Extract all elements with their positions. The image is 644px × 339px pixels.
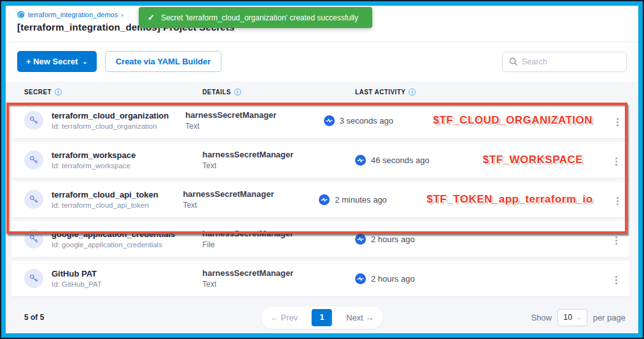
table-body: terraform_cloud_organization Id: terrafo… xyxy=(6,103,638,296)
column-header-secret[interactable]: SECRET xyxy=(24,89,52,96)
secret-id: Id: google_application_credentials xyxy=(52,241,175,249)
secret-name[interactable]: GitHub PAT xyxy=(52,269,102,278)
secret-id: Id: terraform_cloud_api_token xyxy=(52,201,158,209)
secret-name[interactable]: terraform_cloud_organization xyxy=(52,111,169,120)
table-footer: 5 of 5 ← Prev 1 Next → Show 10 ⌄ per pag… xyxy=(6,305,638,333)
per-page-select[interactable]: 10 ⌄ xyxy=(557,309,587,326)
chevron-down-icon: ⌄ xyxy=(82,60,87,64)
last-activity-text: 2 hours ago xyxy=(371,274,415,284)
new-secret-label: + New Secret xyxy=(26,57,78,66)
row-menu-button[interactable] xyxy=(606,194,629,205)
row-count: 5 of 5 xyxy=(24,313,151,322)
secret-type: Text xyxy=(202,161,355,170)
table-row[interactable]: terraform_cloud_api_token Id: terraform_… xyxy=(11,182,629,217)
row-menu-button[interactable] xyxy=(603,273,629,284)
search-box[interactable] xyxy=(502,52,627,72)
chevron-down-icon: ⌄ xyxy=(577,314,582,321)
column-header-last-activity[interactable]: LAST ACTIVITY xyxy=(355,89,405,96)
info-icon[interactable]: i xyxy=(55,89,62,96)
secret-id: Id: GitHub_PAT xyxy=(52,280,102,288)
env-var-annotation: $TF_CLOUD_ORGANIZATION xyxy=(433,114,605,127)
env-var-annotation: $TF_WORKSPACE xyxy=(476,154,603,166)
check-icon: ✓ xyxy=(148,13,155,22)
row-menu-button[interactable] xyxy=(603,154,629,166)
info-icon[interactable]: i xyxy=(409,89,416,96)
last-activity-text: 3 seconds ago xyxy=(340,116,394,126)
screenshot-frame: ✓ Secret 'terraform_cloud_organization' … xyxy=(0,0,644,339)
per-page-value: 10 xyxy=(563,313,572,322)
activity-icon xyxy=(324,115,335,126)
current-page-button[interactable]: 1 xyxy=(312,309,332,326)
key-icon xyxy=(24,269,43,288)
prev-page-button[interactable]: ← Prev xyxy=(265,313,303,322)
secret-type: Text xyxy=(202,280,355,289)
activity-icon xyxy=(355,234,366,245)
env-var-annotation: $TF_TOKEN_app_terraform_io xyxy=(426,193,605,206)
row-menu-button[interactable] xyxy=(603,233,629,245)
key-icon xyxy=(24,190,43,209)
last-activity-text: 46 seconds ago xyxy=(371,155,430,165)
search-icon xyxy=(509,57,517,66)
secret-manager: harnessSecretManager xyxy=(202,229,355,238)
secret-name[interactable]: terraform_cloud_api_token xyxy=(52,190,158,199)
toolbar: + New Secret ⌄ Create via YAML Builder xyxy=(6,42,638,80)
table-header: SECRET i DETAILS i LAST ACTIVITY i xyxy=(6,82,638,103)
per-page-suffix: per page xyxy=(593,313,626,322)
secret-type: Text xyxy=(183,201,319,210)
table-row[interactable]: GitHub PAT Id: GitHub_PAT harnessSecretM… xyxy=(11,261,629,296)
secret-manager: harnessSecretManager xyxy=(183,189,319,199)
last-activity-text: 2 hours ago xyxy=(371,234,415,244)
activity-icon xyxy=(355,273,366,284)
row-menu-button[interactable] xyxy=(605,115,629,126)
key-icon xyxy=(24,111,43,130)
new-secret-button[interactable]: + New Secret ⌄ xyxy=(17,51,97,72)
secret-type: Text xyxy=(185,122,323,131)
activity-icon xyxy=(355,155,366,166)
next-page-button[interactable]: Next → xyxy=(341,313,379,322)
success-toast: ✓ Secret 'terraform_cloud_organization' … xyxy=(139,7,372,28)
breadcrumb-project-link[interactable]: terraform_integration_demos xyxy=(28,11,118,18)
secret-name[interactable]: terraform_workspace xyxy=(52,150,136,160)
secret-id: Id: terraform_cloud_organization xyxy=(52,122,169,130)
show-label: Show xyxy=(531,313,552,322)
info-icon[interactable]: i xyxy=(234,89,241,96)
secrets-table: SECRET i DETAILS i LAST ACTIVITY i xyxy=(6,82,638,333)
secret-id: Id: terraform_workspace xyxy=(52,162,136,170)
app-window: ✓ Secret 'terraform_cloud_organization' … xyxy=(1,1,643,338)
secret-name[interactable]: google_application_credentials xyxy=(52,229,175,239)
secret-manager: harnessSecretManager xyxy=(202,268,355,278)
table-row[interactable]: terraform_workspace Id: terraform_worksp… xyxy=(11,142,629,178)
breadcrumb-chevron-icon: › xyxy=(121,11,123,18)
secret-type: File xyxy=(202,240,355,249)
secret-manager: harnessSecretManager xyxy=(185,110,323,120)
project-icon xyxy=(17,11,25,18)
yaml-builder-button[interactable]: Create via YAML Builder xyxy=(105,51,221,72)
activity-icon xyxy=(319,194,330,205)
key-icon xyxy=(24,150,43,170)
toast-message: Secret 'terraform_cloud_organization' cr… xyxy=(161,13,358,22)
last-activity-text: 2 minutes ago xyxy=(335,195,387,205)
pagination: ← Prev 1 Next → xyxy=(262,307,383,329)
per-page-control: Show 10 ⌄ per page xyxy=(531,309,626,326)
table-row[interactable]: google_application_credentials Id: googl… xyxy=(11,221,629,257)
key-icon xyxy=(24,229,43,249)
search-input[interactable] xyxy=(522,57,620,66)
column-header-details[interactable]: DETAILS xyxy=(202,89,231,96)
secret-manager: harnessSecretManager xyxy=(202,150,355,159)
table-row[interactable]: terraform_cloud_organization Id: terrafo… xyxy=(11,103,629,138)
